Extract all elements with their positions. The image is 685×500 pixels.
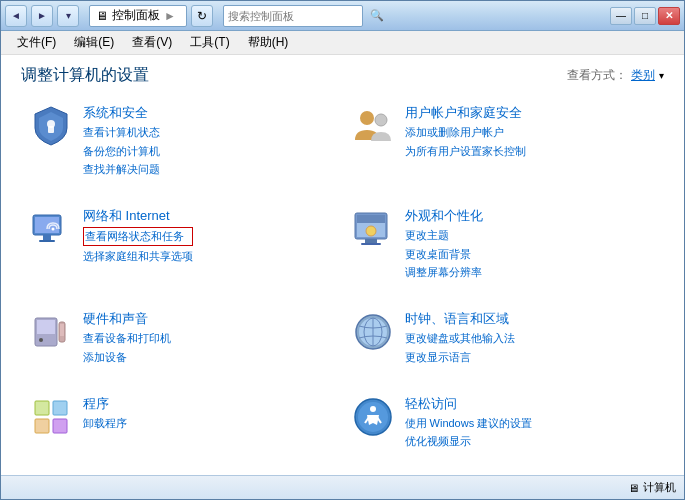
programs-icon: [29, 395, 73, 439]
clock-language-text: 时钟、语言和区域 更改键盘或其他输入法 更改显示语言: [405, 310, 515, 365]
main-window: ◄ ► ▾ 🖥 控制面板 ► ↻ 🔍: [0, 0, 685, 500]
svg-rect-6: [43, 235, 51, 240]
svg-rect-19: [60, 324, 64, 336]
svg-rect-13: [361, 243, 381, 245]
refresh-button[interactable]: ↻: [191, 5, 213, 27]
computer-status: 🖥 计算机: [628, 480, 676, 495]
category-system-security: 系统和安全 查看计算机状态 备份您的计算机 查找并解决问题: [21, 98, 343, 195]
hardware-sound-link-1[interactable]: 查看设备和打印机: [83, 330, 171, 347]
hardware-sound-icon: [29, 310, 73, 354]
search-button[interactable]: 🔍: [370, 6, 384, 26]
search-bar: 🔍: [223, 5, 363, 27]
svg-point-8: [52, 228, 55, 231]
system-security-link-2[interactable]: 备份您的计算机: [83, 143, 160, 160]
minimize-icon: —: [616, 10, 626, 21]
menu-help-label: 帮助(H): [248, 35, 289, 49]
category-grid: 系统和安全 查看计算机状态 备份您的计算机 查找并解决问题: [1, 90, 684, 475]
appearance-link-1[interactable]: 更改主题: [405, 227, 483, 244]
svg-rect-12: [365, 239, 377, 243]
menu-tools[interactable]: 工具(T): [182, 32, 237, 53]
user-accounts-link-2[interactable]: 为所有用户设置家长控制: [405, 143, 526, 160]
svg-point-31: [370, 406, 376, 412]
network-internet-icon: [29, 207, 73, 251]
svg-rect-7: [39, 240, 55, 242]
appearance-title[interactable]: 外观和个性化: [405, 207, 483, 225]
system-security-link-1[interactable]: 查看计算机状态: [83, 124, 160, 141]
clock-language-title[interactable]: 时钟、语言和区域: [405, 310, 515, 328]
content-area: 调整计算机的设置 查看方式： 类别 ▾ 系统和安全: [1, 55, 684, 475]
appearance-link-3[interactable]: 调整屏幕分辨率: [405, 264, 483, 281]
system-security-title[interactable]: 系统和安全: [83, 104, 160, 122]
user-accounts-icon: [351, 104, 395, 148]
accessibility-text: 轻松访问 使用 Windows 建议的设置 优化视频显示: [405, 395, 533, 450]
title-bar: ◄ ► ▾ 🖥 控制面板 ► ↻ 🔍: [1, 1, 684, 31]
address-separator: ►: [164, 9, 176, 23]
menu-edit-label: 编辑(E): [74, 35, 114, 49]
user-accounts-text: 用户帐户和家庭安全 添加或删除用户帐户 为所有用户设置家长控制: [405, 104, 526, 159]
svg-point-17: [39, 338, 43, 342]
hardware-sound-title[interactable]: 硬件和声音: [83, 310, 171, 328]
window-controls: — □ ✕: [610, 7, 680, 25]
svg-point-3: [375, 114, 387, 126]
category-accessibility: 轻松访问 使用 Windows 建议的设置 优化视频显示: [343, 389, 665, 468]
appearance-text: 外观和个性化 更改主题 更改桌面背景 调整屏幕分辨率: [405, 207, 483, 281]
computer-icon: 🖥: [628, 482, 639, 494]
appearance-link-2[interactable]: 更改桌面背景: [405, 246, 483, 263]
clock-language-link-2[interactable]: 更改显示语言: [405, 349, 515, 366]
category-hardware-sound: 硬件和声音 查看设备和打印机 添加设备: [21, 304, 343, 383]
maximize-icon: □: [642, 10, 648, 21]
programs-title[interactable]: 程序: [83, 395, 127, 413]
menu-edit[interactable]: 编辑(E): [66, 32, 122, 53]
view-options: 查看方式： 类别 ▾: [567, 67, 664, 84]
accessibility-link-2[interactable]: 优化视频显示: [405, 433, 533, 450]
system-security-text: 系统和安全 查看计算机状态 备份您的计算机 查找并解决问题: [83, 104, 160, 178]
svg-rect-16: [37, 320, 55, 334]
system-security-icon: [29, 104, 73, 148]
user-accounts-title[interactable]: 用户帐户和家庭安全: [405, 104, 526, 122]
hardware-sound-link-2[interactable]: 添加设备: [83, 349, 171, 366]
svg-rect-26: [53, 401, 67, 415]
menu-view-label: 查看(V): [132, 35, 172, 49]
menu-help[interactable]: 帮助(H): [240, 32, 297, 53]
address-path[interactable]: 🖥 控制面板 ►: [89, 5, 187, 27]
maximize-button[interactable]: □: [634, 7, 656, 25]
search-icon: 🔍: [370, 9, 384, 22]
svg-rect-11: [357, 215, 385, 223]
recent-button[interactable]: ▾: [57, 5, 79, 27]
svg-rect-25: [35, 401, 49, 415]
forward-button[interactable]: ►: [31, 5, 53, 27]
category-user-accounts: 用户帐户和家庭安全 添加或删除用户帐户 为所有用户设置家长控制: [343, 98, 665, 195]
network-internet-title[interactable]: 网络和 Internet: [83, 207, 193, 225]
svg-rect-27: [35, 419, 49, 433]
accessibility-link-1[interactable]: 使用 Windows 建议的设置: [405, 415, 533, 432]
menu-file[interactable]: 文件(F): [9, 32, 64, 53]
address-icon: 🖥: [96, 9, 108, 23]
category-programs: 程序 卸载程序: [21, 389, 343, 468]
hardware-sound-text: 硬件和声音 查看设备和打印机 添加设备: [83, 310, 171, 365]
clock-language-link-1[interactable]: 更改键盘或其他输入法: [405, 330, 515, 347]
view-value-button[interactable]: 类别: [631, 67, 655, 84]
network-internet-link-1[interactable]: 查看网络状态和任务: [83, 227, 193, 246]
svg-rect-1: [48, 126, 54, 133]
programs-link-1[interactable]: 卸载程序: [83, 415, 127, 432]
view-arrow-icon[interactable]: ▾: [659, 70, 664, 81]
accessibility-icon: [351, 395, 395, 439]
system-security-link-3[interactable]: 查找并解决问题: [83, 161, 160, 178]
back-button[interactable]: ◄: [5, 5, 27, 27]
appearance-icon: [351, 207, 395, 251]
svg-point-14: [366, 226, 376, 236]
menu-file-label: 文件(F): [17, 35, 56, 49]
category-network-internet: 网络和 Internet 查看网络状态和任务 选择家庭组和共享选项: [21, 201, 343, 298]
menu-tools-label: 工具(T): [190, 35, 229, 49]
network-internet-link-2[interactable]: 选择家庭组和共享选项: [83, 248, 193, 265]
address-text: 控制面板: [112, 7, 160, 24]
close-button[interactable]: ✕: [658, 7, 680, 25]
menu-view[interactable]: 查看(V): [124, 32, 180, 53]
programs-text: 程序 卸载程序: [83, 395, 127, 432]
title-bar-left: ◄ ► ▾ 🖥 控制面板 ► ↻ 🔍: [5, 5, 363, 27]
user-accounts-link-1[interactable]: 添加或删除用户帐户: [405, 124, 526, 141]
address-bar: 🖥 控制面板 ► ↻: [89, 5, 213, 27]
minimize-button[interactable]: —: [610, 7, 632, 25]
search-input[interactable]: [224, 10, 370, 22]
accessibility-title[interactable]: 轻松访问: [405, 395, 533, 413]
